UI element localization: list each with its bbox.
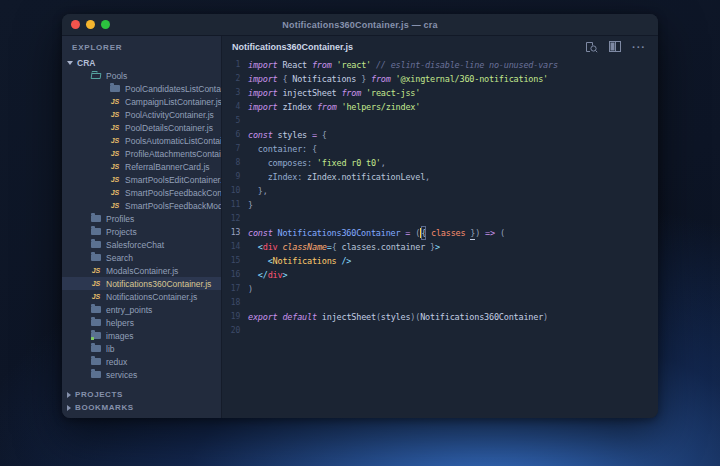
line-number: 13: [222, 226, 240, 240]
code-token: 'react-jss': [366, 86, 420, 100]
code-line[interactable]: 4import zIndex from 'helpers/zindex': [222, 100, 658, 114]
zoom-window-button[interactable]: [101, 20, 110, 29]
close-window-button[interactable]: [71, 20, 80, 29]
code-token: classes: [431, 226, 465, 240]
code-line[interactable]: 3import injectSheet from 'react-jss': [222, 86, 658, 100]
folder-icon: [90, 215, 102, 222]
item-label: SmartPoolsFeedbackConta…: [125, 188, 221, 198]
folder-search[interactable]: Search: [62, 251, 221, 264]
sidebar-sections: PROJECTSBOOKMARKS: [62, 388, 221, 418]
more-actions-icon[interactable]: ···: [632, 43, 646, 51]
root-folder-label: CRA: [77, 58, 95, 68]
code-line[interactable]: 18: [222, 296, 658, 310]
folder-projects[interactable]: Projects: [62, 225, 221, 238]
section-projects[interactable]: PROJECTS: [62, 388, 221, 401]
line-number: 5: [222, 114, 240, 128]
code-token: import: [248, 58, 278, 72]
folder-salesforcechat[interactable]: SalesforceChat: [62, 238, 221, 251]
code-token: import: [248, 100, 278, 114]
code-token: injectSheet: [282, 86, 336, 100]
file-pooldetailscontainer-js[interactable]: JSPoolDetailsContainer.js: [62, 121, 221, 134]
open-preview-icon[interactable]: [585, 41, 598, 53]
folder-icon: [90, 241, 102, 248]
folder-redux[interactable]: redux: [62, 355, 221, 368]
item-label: Projects: [106, 227, 137, 237]
line-number: 7: [222, 142, 240, 156]
item-label: PoolDetailsContainer.js: [125, 123, 213, 133]
editor-actions: ···: [585, 41, 658, 53]
code-token: injectSheet: [322, 310, 376, 324]
tab-notifications360container[interactable]: Notifications360Container.js: [222, 42, 363, 52]
line-number: 8: [222, 156, 240, 170]
code-line[interactable]: 19export default injectSheet(styles)(Not…: [222, 310, 658, 324]
code-line[interactable]: 1import React from 'react' // eslint-dis…: [222, 58, 658, 72]
code-line[interactable]: 12: [222, 212, 658, 226]
code-token: from: [312, 58, 332, 72]
code-token: React: [282, 58, 307, 72]
code-line[interactable]: 17): [222, 282, 658, 296]
code-token: const: [248, 226, 273, 240]
code-line[interactable]: 16 </div>: [222, 268, 658, 282]
section-bookmarks[interactable]: BOOKMARKS: [62, 401, 221, 414]
folder-icon: [90, 319, 102, 326]
file-poolsautomaticlistcontain-[interactable]: JSPoolsAutomaticListContain…: [62, 134, 221, 147]
file-smartpoolsfeedbackmoda-[interactable]: JSSmartPoolsFeedbackModa…: [62, 199, 221, 212]
code-line[interactable]: 10 },: [222, 184, 658, 198]
code-token: }: [356, 72, 371, 86]
code-token: classes.container: [337, 240, 430, 254]
code-token: styles: [278, 128, 308, 142]
folder-entry-points[interactable]: entry_points: [62, 303, 221, 316]
traffic-lights: [71, 14, 110, 35]
code-line[interactable]: 20: [222, 324, 658, 338]
js-file-icon: JS: [109, 111, 121, 118]
folder-images[interactable]: images: [62, 329, 221, 342]
js-file-icon: JS: [109, 189, 121, 196]
code-line[interactable]: 15 <Notifications />: [222, 254, 658, 268]
file-referralbannercard-js[interactable]: JSReferralBannerCard.js: [62, 160, 221, 173]
code-token: 'react': [337, 58, 371, 72]
folder-helpers[interactable]: helpers: [62, 316, 221, 329]
file-smartpoolsfeedbackconta-[interactable]: JSSmartPoolsFeedbackConta…: [62, 186, 221, 199]
code-token: =: [307, 128, 322, 142]
item-label: NotificationsContainer.js: [106, 292, 197, 302]
code-token: '@xingternal/360-notifications': [396, 72, 548, 86]
window-titlebar[interactable]: Notifications360Container.js — cra: [62, 14, 658, 36]
code-token: [248, 156, 268, 170]
js-file-icon: JS: [109, 124, 121, 131]
item-label: SalesforceChat: [106, 240, 164, 250]
code-line[interactable]: 11}: [222, 198, 658, 212]
folder-icon: [90, 371, 102, 378]
code-line[interactable]: 2import { Notifications } from '@xingter…: [222, 72, 658, 86]
code-line[interactable]: 9 zIndex: zIndex.notificationLevel,: [222, 170, 658, 184]
folder-lib[interactable]: lib: [62, 342, 221, 355]
code-line[interactable]: 8 composes: 'fixed r0 t0',: [222, 156, 658, 170]
line-number: 3: [222, 86, 240, 100]
file-notifications360container-js[interactable]: JSNotifications360Container.js: [62, 277, 221, 290]
minimize-window-button[interactable]: [86, 20, 95, 29]
item-label: PoolCandidatesListContain…: [125, 84, 221, 94]
folder-services[interactable]: services: [62, 368, 221, 381]
file-profileattachmentscontain-[interactable]: JSProfileAttachmentsContain…: [62, 147, 221, 160]
code-line[interactable]: 13const Notifications360Container = ({ c…: [222, 226, 658, 240]
split-editor-icon[interactable]: [609, 41, 621, 52]
code-token: [248, 268, 258, 282]
code-line[interactable]: 6const styles = {: [222, 128, 658, 142]
file-modalscontainer-js[interactable]: JSModalsContainer.js: [62, 264, 221, 277]
sidebar-root-cra[interactable]: CRA: [62, 56, 221, 69]
code-area[interactable]: 1import React from 'react' // eslint-dis…: [222, 57, 658, 418]
folder-poolcandidateslistcontain-[interactable]: PoolCandidatesListContain…: [62, 82, 221, 95]
explorer-header: EXPLORER: [62, 36, 221, 56]
folder-profiles[interactable]: Profiles: [62, 212, 221, 225]
code-line[interactable]: 14 <div className={ classes.container }>: [222, 240, 658, 254]
folder-pools[interactable]: Pools: [62, 69, 221, 82]
code-token: [248, 170, 268, 184]
code-token: export: [248, 310, 278, 324]
code-line[interactable]: 7 container: {: [222, 142, 658, 156]
file-notificationscontainer-js[interactable]: JSNotificationsContainer.js: [62, 290, 221, 303]
code-token: Notifications360Container: [420, 310, 543, 324]
file-campaignlistcontainer-js[interactable]: JSCampaignListContainer.js: [62, 95, 221, 108]
code-line[interactable]: 5: [222, 114, 658, 128]
code-token: // eslint-disable-line no-unused-vars: [376, 58, 558, 72]
file-poolactivitycontainer-js[interactable]: JSPoolActivityContainer.js: [62, 108, 221, 121]
file-smartpoolseditcontainer-js[interactable]: JSSmartPoolsEditContainer.js: [62, 173, 221, 186]
